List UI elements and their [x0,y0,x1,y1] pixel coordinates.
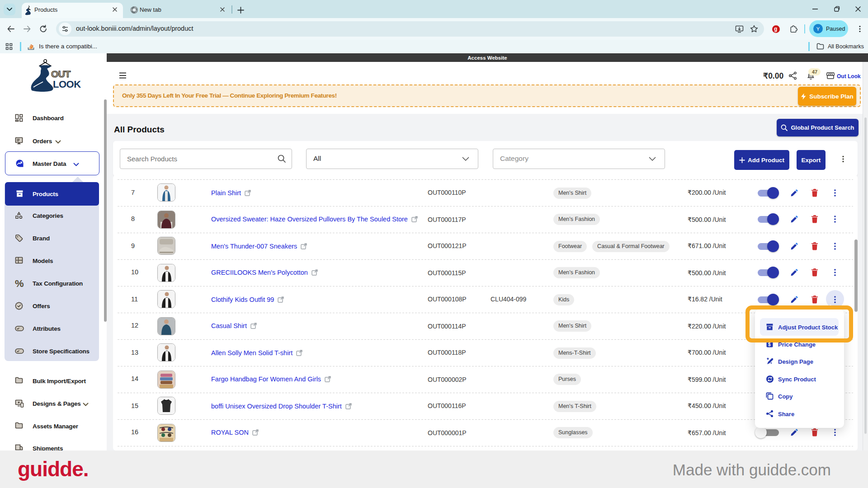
svg-text:OUT: OUT [51,69,71,79]
svg-text:LOOK: LOOK [53,79,81,90]
svg-text:$: $ [768,342,771,347]
